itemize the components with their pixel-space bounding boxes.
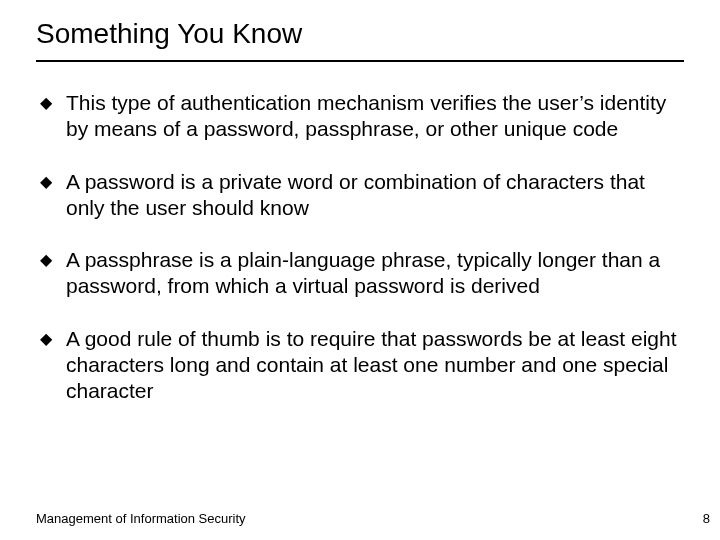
list-item: ◆ A good rule of thumb is to require tha…	[40, 326, 684, 405]
bullet-text: A password is a private word or combinat…	[66, 169, 684, 222]
bullet-text: A passphrase is a plain-language phrase,…	[66, 247, 684, 300]
bullet-text: A good rule of thumb is to require that …	[66, 326, 684, 405]
list-item: ◆ This type of authentication mechanism …	[40, 90, 684, 143]
diamond-bullet-icon: ◆	[40, 328, 52, 350]
footer-text: Management of Information Security	[36, 511, 246, 526]
bullet-list: ◆ This type of authentication mechanism …	[36, 90, 684, 404]
page-number: 8	[703, 511, 710, 526]
diamond-bullet-icon: ◆	[40, 171, 52, 193]
title-rule	[36, 60, 684, 62]
list-item: ◆ A passphrase is a plain-language phras…	[40, 247, 684, 300]
slide-title: Something You Know	[36, 18, 684, 50]
diamond-bullet-icon: ◆	[40, 92, 52, 114]
slide: Something You Know ◆ This type of authen…	[0, 0, 720, 540]
list-item: ◆ A password is a private word or combin…	[40, 169, 684, 222]
bullet-text: This type of authentication mechanism ve…	[66, 90, 684, 143]
diamond-bullet-icon: ◆	[40, 249, 52, 271]
